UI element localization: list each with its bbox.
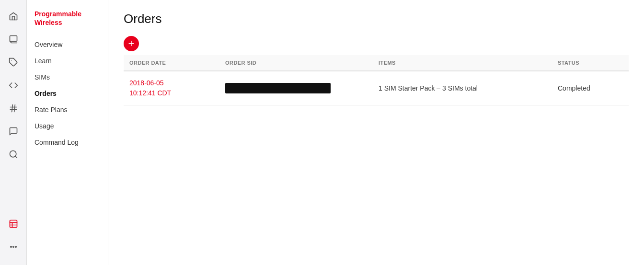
sidebar-item-usage[interactable]: Usage xyxy=(27,118,108,134)
hash-icon[interactable] xyxy=(3,98,24,119)
col-header-order-sid: ORDER SID xyxy=(219,55,373,71)
svg-point-12 xyxy=(12,246,14,248)
svg-line-4 xyxy=(12,105,12,112)
sidebar-item-orders[interactable]: Orders xyxy=(27,85,108,102)
home-icon[interactable] xyxy=(3,6,24,27)
page-title: Orders xyxy=(124,12,629,26)
svg-rect-0 xyxy=(10,36,17,42)
svg-line-5 xyxy=(14,105,15,112)
sidebar-item-command-log[interactable]: Command Log xyxy=(27,134,108,150)
table-body: 2018-06-0510:12:41 CDT 1 SIM Starter Pac… xyxy=(124,71,629,105)
add-order-button[interactable]: + xyxy=(124,36,139,51)
tag-icon[interactable] xyxy=(3,52,24,73)
svg-rect-8 xyxy=(10,220,17,228)
table-row: 2018-06-0510:12:41 CDT 1 SIM Starter Pac… xyxy=(124,71,629,105)
sidebar-item-learn[interactable]: Learn xyxy=(27,53,108,69)
svg-point-14 xyxy=(15,246,16,248)
order-items-cell: 1 SIM Starter Pack – 3 SIMs total xyxy=(373,71,552,105)
svg-point-13 xyxy=(10,246,12,248)
icon-rail xyxy=(0,0,27,265)
svg-line-7 xyxy=(15,156,17,158)
orders-toolbar: + xyxy=(124,36,629,51)
main-content: Orders + ORDER DATE ORDER SID ITEMS STAT… xyxy=(108,0,644,265)
order-sid-cell xyxy=(219,71,373,105)
code-icon[interactable] xyxy=(3,75,24,96)
orders-table: ORDER DATE ORDER SID ITEMS STATUS 2018-0… xyxy=(124,55,629,105)
message-icon[interactable] xyxy=(3,121,24,142)
col-header-order-date: ORDER DATE xyxy=(124,55,219,71)
order-date-cell: 2018-06-0510:12:41 CDT xyxy=(124,71,219,105)
col-header-items: ITEMS xyxy=(373,55,552,71)
table-header: ORDER DATE ORDER SID ITEMS STATUS xyxy=(124,55,629,71)
notification-icon[interactable] xyxy=(3,213,24,234)
search-icon[interactable] xyxy=(3,144,24,165)
order-date-link[interactable]: 2018-06-0510:12:41 CDT xyxy=(129,79,171,97)
sidebar-item-overview[interactable]: Overview xyxy=(27,36,108,53)
icon-rail-bottom xyxy=(3,213,24,265)
order-sid-redacted xyxy=(225,83,331,93)
more-icon[interactable] xyxy=(3,236,24,257)
sidebar-item-rate-plans[interactable]: Rate Plans xyxy=(27,102,108,118)
order-status-cell: Completed xyxy=(552,71,629,105)
sidebar: Programmable Wireless Overview Learn SIM… xyxy=(27,0,108,265)
sidebar-item-sims[interactable]: SIMs xyxy=(27,69,108,85)
sidebar-brand: Programmable Wireless xyxy=(27,8,108,36)
col-header-status: STATUS xyxy=(552,55,629,71)
chat-icon[interactable] xyxy=(3,29,24,50)
